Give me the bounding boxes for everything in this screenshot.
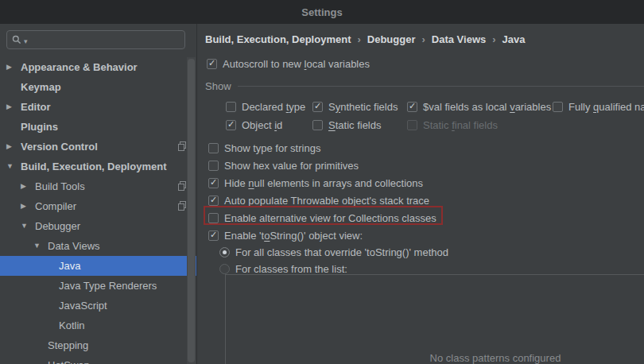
search-options-caret-icon[interactable] (24, 34, 28, 46)
sidebar-item-build-tools[interactable]: Build Tools (0, 176, 196, 196)
label-text: $val fields as local (423, 101, 510, 113)
checkbox-val-fields-local-variables[interactable]: $val fields as local variables (407, 99, 551, 114)
label-text: ype (289, 101, 305, 113)
sidebar-item-label: Kotlin (59, 319, 85, 331)
sidebar-item-stepping[interactable]: Stepping (0, 335, 196, 355)
search-icon (12, 35, 21, 45)
sidebar-item-java[interactable]: Java (0, 256, 196, 276)
label-text: Autoscroll to new (223, 58, 305, 70)
checkbox-enable-tostring-object-view[interactable]: Enable 'toString()' object view: (208, 227, 363, 243)
label-text: Fully (568, 101, 593, 113)
breadcrumb-item-debugger[interactable]: Debugger (367, 33, 416, 45)
radio-all-classes-override-tostring[interactable]: For all classes that override 'toString(… (219, 244, 448, 260)
checkbox-unchecked-icon (208, 161, 219, 171)
sidebar-item-label: Editor (21, 101, 51, 113)
breadcrumb-item-data-views[interactable]: Data Views (432, 33, 486, 45)
checkbox-checked-icon (407, 102, 417, 112)
checkbox-fully-qualified-names[interactable]: Fully qualified names (553, 99, 644, 114)
breadcrumb-item-build-execution-deployment[interactable]: Build, Execution, Deployment (205, 33, 351, 45)
sidebar-item-label: Appearance & Behavior (21, 61, 138, 73)
checkbox-declared-type[interactable]: Declared type (226, 99, 305, 114)
chevron-right-icon[interactable] (6, 103, 21, 110)
checkbox-checked-icon (208, 230, 219, 241)
label-text: Object (242, 119, 274, 131)
sidebar-item-javascript[interactable]: JavaScript (0, 296, 196, 316)
label-text: Show type for strings (224, 142, 320, 154)
settings-tree: Appearance & Behavior Keymap Editor Plug… (0, 57, 196, 364)
highlight-annotation (204, 206, 443, 225)
label-text: Hide (224, 177, 248, 189)
search-input[interactable] (6, 30, 185, 49)
settings-content-panel: Build, Execution, Deployment › Debugger … (196, 24, 644, 364)
sidebar-scrollbar-thumb[interactable] (188, 59, 195, 362)
sidebar-item-build-execution-deployment[interactable]: Build, Execution, Deployment (0, 157, 196, 176)
chevron-separator-icon: › (357, 33, 360, 45)
class-patterns-list[interactable]: No class patterns configured (225, 274, 644, 364)
project-level-icon (178, 143, 185, 151)
sidebar-item-label: Debugger (35, 220, 80, 232)
radio-unselected-icon (219, 264, 230, 274)
sidebar-item-label: Stepping (48, 339, 88, 351)
label-text: S (328, 101, 336, 113)
checkbox-label: Show type for strings (224, 142, 320, 154)
checkbox-synthetic-fields[interactable]: Synthetic fields (312, 99, 398, 114)
sidebar-item-data-views[interactable]: Data Views (0, 236, 196, 256)
section-title: Show (205, 80, 231, 92)
sidebar-item-appearance-behavior[interactable]: Appearance & Behavior (0, 57, 196, 77)
checkbox-label: Hide null elements in arrays and collect… (224, 177, 423, 189)
sidebar-item-compiler[interactable]: Compiler (0, 196, 196, 216)
checkbox-unchecked-icon (312, 120, 323, 130)
chevron-down-icon[interactable] (33, 242, 48, 250)
label-text: Declared (242, 101, 286, 113)
checkbox-disabled-icon (407, 120, 417, 130)
checkbox-label: Fully qualified names (568, 101, 644, 113)
sidebar-item-version-control[interactable]: Version Control (0, 137, 196, 157)
empty-list-message: No class patterns configured (226, 352, 644, 364)
checkbox-label: Show hex value for primitives (224, 160, 359, 172)
settings-sidebar: Appearance & Behavior Keymap Editor Plug… (0, 24, 196, 364)
label-text: d (277, 119, 282, 131)
sidebar-item-hotswap[interactable]: HotSwap (0, 355, 196, 364)
chevron-right-icon[interactable] (21, 203, 35, 210)
checkbox-checked-icon (208, 178, 219, 188)
sidebar-item-java-type-renderers[interactable]: Java Type Renderers (0, 276, 196, 296)
sidebar-item-label: Data Views (48, 240, 100, 252)
checkbox-show-hex-value[interactable]: Show hex value for primitives (208, 157, 359, 173)
sidebar-item-label: JavaScript (59, 300, 107, 312)
chevron-right-icon[interactable] (21, 183, 35, 190)
checkbox-autoscroll-local-variables[interactable]: Autoscroll to new local variables (207, 56, 370, 72)
chevron-down-icon[interactable] (21, 223, 35, 230)
checkbox-hide-null-elements[interactable]: Hide null elements in arrays and collect… (208, 175, 423, 191)
window-title: Settings (301, 6, 342, 18)
sidebar-item-keymap[interactable]: Keymap (0, 77, 196, 97)
label-text: ualified names (599, 101, 644, 113)
sidebar-item-label: HotSwap (48, 359, 90, 364)
radio-selected-icon (219, 247, 230, 258)
sidebar-item-label: Version Control (21, 141, 98, 153)
checkbox-label: Static fields (328, 119, 381, 131)
sidebar-item-label: Build Tools (35, 180, 85, 192)
label-text: tatic fields (336, 119, 382, 131)
checkbox-label: Auto populate Throwable object's stack t… (224, 195, 429, 207)
label-text: ocal variables (307, 58, 370, 70)
label-text: String()' object view: (270, 230, 363, 242)
chevron-separator-icon: › (492, 33, 495, 45)
chevron-right-icon[interactable] (6, 64, 21, 71)
checkbox-unchecked-icon (553, 102, 563, 112)
checkbox-label: Synthetic fields (328, 101, 398, 113)
sidebar-item-editor[interactable]: Editor (0, 97, 196, 117)
checkbox-label: Enable 'toString()' object view: (224, 230, 363, 242)
checkbox-checked-icon (207, 59, 217, 69)
sidebar-item-label: Plugins (21, 121, 58, 133)
checkbox-static-fields[interactable]: Static fields (312, 117, 381, 133)
breadcrumb-item-java[interactable]: Java (502, 33, 526, 45)
sidebar-item-kotlin[interactable]: Kotlin (0, 316, 196, 335)
checkbox-show-type-for-strings[interactable]: Show type for strings (208, 140, 320, 156)
checkbox-object-id[interactable]: Object id (226, 117, 282, 133)
checkbox-checked-icon (312, 102, 323, 112)
show-section-header: Show (205, 79, 644, 92)
chevron-right-icon[interactable] (6, 143, 21, 150)
sidebar-item-debugger[interactable]: Debugger (0, 216, 196, 236)
chevron-down-icon[interactable] (6, 163, 21, 170)
sidebar-item-plugins[interactable]: Plugins (0, 117, 196, 137)
